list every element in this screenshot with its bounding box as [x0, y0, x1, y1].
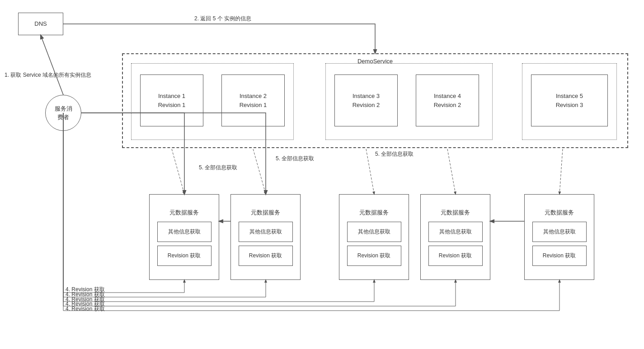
instance-4-line2: Revision 2	[434, 101, 461, 110]
meta-2-sub2-box: Revision 获取	[239, 246, 293, 266]
consumer-circle: 服务消 费者	[45, 95, 81, 131]
meta-2-sub2: Revision 获取	[249, 251, 282, 260]
meta-5-sub2-box: Revision 获取	[532, 246, 587, 266]
meta-4-sub1: 其他信息获取	[439, 228, 472, 236]
meta-2-sub1-box: 其他信息获取	[239, 222, 293, 242]
meta-3-sub2: Revision 获取	[357, 251, 390, 260]
consumer-label: 服务消 费者	[55, 104, 72, 122]
step1-label: 1. 获取 Service 域名的所有实例信息	[5, 72, 91, 78]
instance-3-line1: Instance 3	[353, 92, 380, 101]
meta-5: 元数据服务 其他信息获取 Revision 获取	[524, 194, 594, 280]
step2-label: 2. 返回 5 个 实例的信息	[194, 15, 251, 22]
instance-4-line1: Instance 4	[434, 92, 461, 101]
svg-line-0	[41, 35, 63, 95]
svg-line-1	[172, 149, 184, 194]
meta-3-sub1-box: 其他信息获取	[347, 222, 401, 242]
svg-line-3	[366, 149, 374, 194]
instance-5: Instance 5 Revision 3	[531, 74, 608, 126]
svg-line-2	[253, 149, 266, 194]
instance-3: Instance 3 Revision 2	[334, 74, 398, 126]
meta-1: 元数据服务 其他信息获取 Revision 获取	[149, 194, 219, 280]
step4-2-label: 4. Revision 获取	[66, 291, 105, 298]
meta-2: 元数据服务 其他信息获取 Revision 获取	[230, 194, 301, 280]
svg-line-5	[559, 149, 563, 194]
step5-2-label: 5. 全部信息获取	[199, 164, 237, 171]
step4-5-label: 4. Revision 获取	[66, 306, 105, 312]
meta-5-sub1: 其他信息获取	[543, 228, 576, 236]
meta-1-sub1-box: 其他信息获取	[157, 222, 212, 242]
step5-1-label: 5. 全部信息获取	[276, 155, 314, 162]
meta-3-sub2-box: Revision 获取	[347, 246, 401, 266]
step5-3-label: 5. 全部信息获取	[375, 151, 414, 157]
meta-3: 元数据服务 其他信息获取 Revision 获取	[339, 194, 409, 280]
meta-4-sub2-box: Revision 获取	[428, 246, 483, 266]
meta-5-sub2: Revision 获取	[543, 251, 576, 260]
meta-1-sub1: 其他信息获取	[168, 228, 201, 236]
instance-5-line2: Revision 3	[556, 101, 583, 110]
meta-1-title: 元数据服务	[169, 208, 199, 217]
arrows-overlay: 1. 获取 Service 域名的所有实例信息 2. 返回 5 个 实例的信息 …	[0, 0, 644, 349]
meta-3-title: 元数据服务	[359, 208, 389, 217]
diagram: DNS 服务消 费者 DemoService Instance 1 Revisi…	[0, 0, 644, 349]
meta-1-sub2-box: Revision 获取	[157, 246, 212, 266]
instance-2-line1: Instance 2	[240, 92, 267, 101]
step4-1-label: 4. Revision 获取	[66, 286, 105, 293]
meta-2-title: 元数据服务	[251, 208, 280, 217]
svg-line-4	[447, 149, 456, 194]
instance-2: Instance 2 Revision 1	[221, 74, 285, 126]
dns-label: DNS	[34, 19, 47, 28]
meta-4-title: 元数据服务	[441, 208, 470, 217]
instance-2-line2: Revision 1	[240, 101, 267, 110]
meta-2-sub1: 其他信息获取	[249, 228, 282, 236]
meta-4: 元数据服务 其他信息获取 Revision 获取	[420, 194, 490, 280]
instance-5-line1: Instance 5	[556, 92, 583, 101]
meta-1-sub2: Revision 获取	[168, 251, 201, 260]
meta-4-sub1-box: 其他信息获取	[428, 222, 483, 242]
instance-3-line2: Revision 2	[353, 101, 380, 110]
step4-3-label: 4. Revision 获取	[66, 296, 105, 302]
instance-1-line2: Revision 1	[158, 101, 186, 110]
dns-box: DNS	[18, 13, 63, 35]
meta-4-sub2: Revision 获取	[439, 251, 472, 260]
meta-5-title: 元数据服务	[545, 208, 574, 217]
instance-1: Instance 1 Revision 1	[140, 74, 203, 126]
meta-5-sub1-box: 其他信息获取	[532, 222, 587, 242]
meta-3-sub1: 其他信息获取	[358, 228, 390, 236]
instance-4: Instance 4 Revision 2	[416, 74, 479, 126]
step4-4-label: 4. Revision 获取	[66, 301, 105, 307]
instance-1-line1: Instance 1	[158, 92, 185, 101]
